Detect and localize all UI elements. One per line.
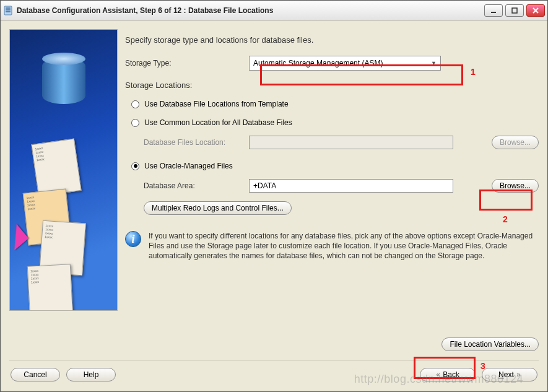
maximize-button[interactable] [505, 4, 524, 17]
app-icon [3, 6, 13, 15]
multiplex-button[interactable]: Multiplex Redo Logs and Control Files... [144, 201, 292, 215]
svg-rect-3 [6, 11, 11, 12]
chevron-right-icon: » [516, 370, 521, 379]
svg-rect-5 [512, 8, 517, 13]
window-title: Database Configuration Assistant, Step 6… [17, 6, 481, 15]
radio-common-location-label: Use Common Location for All Database Fil… [144, 118, 292, 127]
content-area: 1xxxx1xxxx1xxxx1xxxx 1xxxx1xxxx1xxxx1xxx… [1, 20, 547, 360]
db-files-location-input [249, 136, 453, 149]
close-button[interactable] [526, 4, 545, 17]
file-location-variables-button[interactable]: File Location Variables... [441, 338, 539, 351]
storage-type-dropdown[interactable]: Automatic Storage Management (ASM) ▼ [249, 56, 441, 71]
info-text: If you want to specify different locatio… [149, 231, 539, 261]
database-area-label: Database Area: [144, 181, 249, 190]
next-label: ext [504, 370, 514, 379]
help-button[interactable]: Help [66, 368, 116, 381]
back-button[interactable]: « Back [420, 368, 476, 381]
svg-rect-2 [6, 9, 11, 11]
browse-files-location-button: Browse... [492, 136, 539, 149]
svg-rect-1 [6, 7, 11, 9]
window-controls [484, 4, 545, 17]
radio-oracle-managed[interactable] [131, 162, 139, 170]
db-files-location-label: Database Files Location: [144, 138, 249, 147]
wizard-button-bar: Cancel Help « Back Next » [1, 360, 547, 391]
storage-locations-label: Storage Locations: [125, 81, 539, 90]
radio-common-location[interactable] [131, 119, 139, 127]
database-area-input[interactable] [249, 179, 453, 193]
browse-database-area-button[interactable]: Browse... [492, 179, 539, 193]
storage-type-value: Automatic Storage Management (ASM) [253, 59, 383, 68]
minimize-button[interactable] [484, 4, 503, 17]
wizard-illustration: 1xxxx1xxxx1xxxx1xxxx 1xxxx1xxxx1xxxx1xxx… [9, 29, 118, 311]
back-label: ack [448, 370, 459, 379]
radio-template[interactable] [131, 100, 139, 108]
radio-template-label: Use Database File Locations from Templat… [144, 100, 289, 108]
next-button[interactable]: Next » [482, 368, 537, 381]
storage-type-label: Storage Type: [125, 59, 249, 68]
cancel-button[interactable]: Cancel [11, 368, 60, 381]
radio-oracle-managed-label: Use Oracle-Managed Files [144, 162, 233, 170]
titlebar: Database Configuration Assistant, Step 6… [1, 1, 547, 20]
wizard-window: Database Configuration Assistant, Step 6… [0, 0, 548, 392]
chevron-left-icon: « [436, 370, 440, 379]
page-heading: Specify storage type and locations for d… [125, 35, 539, 45]
chevron-down-icon: ▼ [431, 60, 437, 66]
main-panel: Specify storage type and locations for d… [125, 29, 539, 351]
info-icon: i [125, 231, 141, 247]
